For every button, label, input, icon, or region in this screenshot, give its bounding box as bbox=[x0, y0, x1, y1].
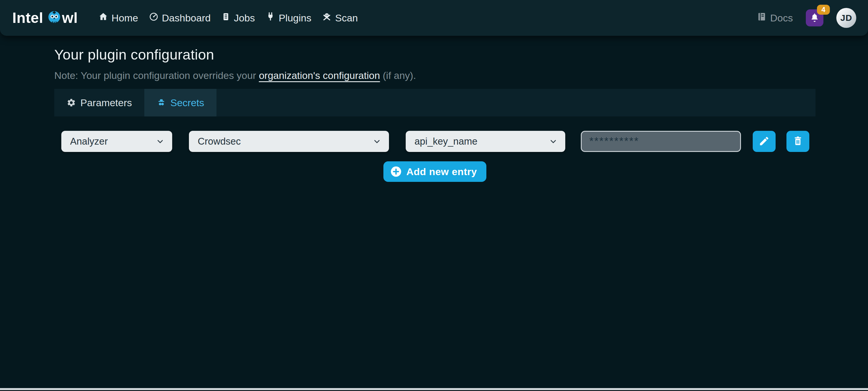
docs-link[interactable]: Docs bbox=[756, 11, 793, 24]
nav-label: Plugins bbox=[279, 12, 312, 24]
chevron-down-icon bbox=[549, 137, 558, 146]
scan-icon bbox=[322, 12, 332, 24]
nav-item-dashboard[interactable]: Dashboard bbox=[149, 12, 211, 24]
nav-item-home[interactable]: Home bbox=[98, 12, 138, 24]
navbar-right: Docs 4 JD bbox=[756, 8, 856, 28]
plugin-name-select[interactable]: Crowdsec bbox=[189, 131, 389, 152]
home-icon bbox=[98, 12, 108, 24]
nav-item-jobs[interactable]: Jobs bbox=[221, 12, 255, 24]
docs-label: Docs bbox=[770, 12, 793, 24]
notifications-button[interactable]: 4 bbox=[806, 9, 824, 26]
note-suffix: (if any). bbox=[380, 70, 416, 81]
plugins-icon bbox=[266, 12, 275, 24]
nav-label: Scan bbox=[335, 12, 358, 24]
spy-icon bbox=[157, 98, 166, 107]
tab-secrets[interactable]: Secrets bbox=[144, 89, 216, 116]
docs-icon bbox=[756, 11, 767, 24]
nav-item-plugins[interactable]: Plugins bbox=[266, 12, 312, 24]
notification-badge: 4 bbox=[817, 5, 830, 15]
user-avatar[interactable]: JD bbox=[836, 8, 856, 28]
tab-label: Secrets bbox=[170, 97, 204, 109]
chevron-down-icon bbox=[373, 137, 381, 146]
attribute-value: api_key_name bbox=[414, 136, 477, 147]
brand-logo[interactable]: Intel wl bbox=[12, 8, 78, 28]
tab-parameters[interactable]: Parameters bbox=[54, 89, 144, 116]
attribute-select[interactable]: api_key_name bbox=[406, 131, 565, 152]
chevron-down-icon bbox=[156, 137, 164, 146]
pencil-icon bbox=[758, 136, 770, 148]
brand-prefix: Intel bbox=[12, 9, 43, 26]
tab-label: Parameters bbox=[81, 97, 132, 109]
page-title: Your plugin configuration bbox=[54, 46, 815, 63]
app-root: Intel wl bbox=[0, 0, 868, 391]
config-tabs: Parameters Secrets bbox=[54, 89, 815, 116]
nav-label: Jobs bbox=[234, 12, 255, 24]
plugin-type-value: Analyzer bbox=[70, 136, 107, 147]
primary-nav: Home Dashboard bbox=[98, 12, 358, 24]
add-entry-button[interactable]: Add new entry bbox=[383, 161, 486, 182]
edit-button[interactable] bbox=[753, 131, 776, 152]
plus-circle-icon bbox=[390, 166, 402, 178]
config-note: Note: Your plugin configuration override… bbox=[54, 70, 815, 81]
trash-icon bbox=[792, 136, 803, 148]
dashboard-icon bbox=[149, 12, 159, 24]
add-entry-row: Add new entry bbox=[54, 161, 815, 182]
brand-suffix: wl bbox=[62, 9, 78, 26]
delete-button[interactable] bbox=[786, 131, 809, 152]
main-content: Your plugin configuration Note: Your plu… bbox=[0, 36, 868, 182]
nav-label: Home bbox=[112, 12, 138, 24]
nav-item-scan[interactable]: Scan bbox=[322, 12, 358, 24]
horizontal-scrollbar[interactable] bbox=[0, 388, 868, 390]
plugin-name-value: Crowdsec bbox=[198, 136, 241, 147]
note-prefix: Note: Your plugin configuration override… bbox=[54, 70, 259, 81]
owl-icon bbox=[47, 10, 61, 28]
gear-icon bbox=[67, 98, 76, 107]
secret-value-input[interactable] bbox=[581, 131, 741, 152]
add-entry-label: Add new entry bbox=[406, 166, 477, 177]
plugin-type-select[interactable]: Analyzer bbox=[61, 131, 172, 152]
nav-label: Dashboard bbox=[162, 12, 211, 24]
secret-config-row: Analyzer Crowdsec api_key_name bbox=[61, 131, 815, 152]
bell-icon bbox=[810, 12, 819, 24]
jobs-icon bbox=[221, 12, 230, 24]
organization-config-link[interactable]: organization's configuration bbox=[259, 70, 380, 81]
top-navbar: Intel wl bbox=[0, 0, 868, 36]
